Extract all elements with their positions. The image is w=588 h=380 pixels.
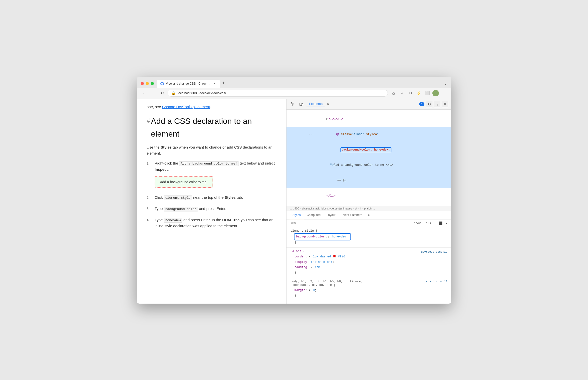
- avatar[interactable]: [432, 90, 439, 96]
- cls-button[interactable]: .cls: [423, 221, 432, 225]
- more-options-button[interactable]: ⋮: [434, 101, 440, 107]
- webpage-panel: one, see Change DevTools placement. # Ad…: [137, 99, 287, 304]
- chrome-icon: [160, 82, 164, 85]
- refresh-button[interactable]: ↻: [159, 90, 166, 97]
- dom-line-2[interactable]: ... <p class="aloha" style=": [287, 127, 451, 142]
- intro-text: one, see Change DevTools placement.: [147, 104, 276, 110]
- devtools-more-tabs[interactable]: »: [327, 102, 329, 106]
- minimize-traffic-light[interactable]: [146, 82, 149, 85]
- aloha-close: }: [291, 270, 447, 276]
- tab-layout[interactable]: Layout: [323, 211, 338, 219]
- active-tab[interactable]: View and change CSS - Chrom… ✕: [157, 80, 220, 88]
- element-picker-button[interactable]: [290, 101, 296, 107]
- step-2-bold: Styles: [225, 195, 236, 199]
- padding-expand-icon[interactable]: [311, 266, 312, 268]
- aloha-selector: .aloha {: [291, 250, 305, 253]
- tab-more[interactable]: »: [365, 211, 373, 219]
- breadcrumb-p[interactable]: p.aloh: [364, 207, 372, 210]
- step-4: 4 Type honeydew and press Enter. In the …: [147, 217, 276, 229]
- tab-styles[interactable]: Styles: [290, 211, 304, 219]
- menu-button[interactable]: ⋮: [440, 90, 447, 97]
- step-3: 3 Type background-color and press Enter.: [147, 206, 276, 212]
- tab-event-listeners[interactable]: Event Listeners: [338, 211, 365, 219]
- reset-source[interactable]: _reset.scss:11: [424, 280, 447, 283]
- breadcrumb-sep2: ›: [353, 207, 354, 210]
- tab-elements[interactable]: Elements: [306, 101, 325, 107]
- color-swatch-honeydew[interactable]: [328, 236, 331, 238]
- close-traffic-light[interactable]: [141, 82, 144, 85]
- extensions-button[interactable]: ⚡: [415, 90, 422, 97]
- step-2: 2 Click element.style near the top of th…: [147, 194, 276, 201]
- aloha-source[interactable]: _devtools.scss:19: [419, 250, 447, 253]
- notification-badge: 1: [419, 102, 424, 106]
- breadcrumb-div[interactable]: div.stack.stack--block.type.center-image…: [302, 207, 352, 210]
- step-3-code: background-color: [164, 207, 198, 211]
- main-area: one, see Change DevTools placement. # Ad…: [137, 99, 451, 304]
- intro-paragraph: Use the Styles tab when you want to chan…: [147, 144, 276, 156]
- breadcrumb-sep3: ›: [358, 207, 359, 210]
- title-bar: View and change CSS - Chrom… ✕ + ⌄: [137, 77, 451, 88]
- maximize-traffic-light[interactable]: [151, 82, 154, 85]
- device-toolbar-button[interactable]: [298, 101, 304, 107]
- display-rule: display: inline-block;: [294, 260, 447, 265]
- step-4-code: honeydew: [164, 218, 182, 223]
- dom-line-1: <p>…</p>: [287, 112, 451, 127]
- element-style-section: element.style { background-color: honeyd…: [287, 227, 451, 248]
- element-style-rules: background-color: honeydew ;: [291, 234, 447, 240]
- aloha-rules: border: 1px dashed #f00; display: inline…: [291, 254, 447, 270]
- breadcrumb-end-ellipsis: ...: [373, 207, 375, 210]
- filter-actions: :hov .cls + ⬛ ◀: [413, 221, 448, 225]
- cursor-icon: [291, 102, 295, 106]
- breadcrumb-ellipsis: ...: [290, 207, 292, 210]
- step-1-code: Add a background color to me!: [179, 161, 239, 166]
- dom-line-5: == $0: [287, 173, 451, 189]
- background-color-rule[interactable]: background-color: honeydew ;: [294, 234, 350, 240]
- close-devtools-button[interactable]: ✕: [442, 101, 448, 107]
- hov-button[interactable]: :hov: [413, 221, 422, 225]
- border-color-swatch[interactable]: [333, 255, 336, 257]
- dom-line-4: ">Add a background color to me!</p>: [287, 158, 451, 173]
- step-1: 1 Right-click the Add a background color…: [147, 160, 276, 190]
- step-2-code: element.style: [164, 195, 192, 200]
- computed-sidebar-button[interactable]: ⬛: [438, 221, 444, 225]
- window-expand-button[interactable]: ⌄: [444, 80, 447, 86]
- filter-input[interactable]: [290, 221, 411, 225]
- expand-icon[interactable]: [326, 118, 328, 120]
- step-1-content: Right-click the Add a background color t…: [155, 160, 276, 190]
- step-2-num: 2: [147, 195, 151, 200]
- bookmark-button[interactable]: ☆: [398, 90, 405, 97]
- tab-close-button[interactable]: ✕: [213, 82, 217, 86]
- forward-button[interactable]: →: [150, 90, 157, 97]
- new-tab-button[interactable]: +: [220, 80, 227, 87]
- reset-selector: body, h1, h2, h3, h4, h5, h6, p, figure,…: [291, 280, 362, 287]
- back-button[interactable]: ←: [141, 90, 148, 97]
- toggle-sidebar-button[interactable]: ◀: [445, 221, 448, 225]
- heading-text: Add a CSS declaration to an element: [151, 115, 276, 140]
- breadcrumb-sep1: ›: [300, 207, 301, 210]
- address-bar[interactable]: 🔒 localhost:8080/docs/devtools/css/: [168, 90, 388, 97]
- breadcrumb-t400[interactable]: t-400: [293, 207, 299, 210]
- breadcrumb-ol[interactable]: ol: [355, 207, 357, 210]
- aloha-section: .aloha { _devtools.scss:19 border: 1px d…: [287, 248, 451, 278]
- share-button[interactable]: ⎙: [390, 90, 397, 97]
- margin-rule: margin: 0;: [294, 288, 447, 293]
- fullscreen-button[interactable]: ⬜: [424, 90, 431, 97]
- styles-tabs-bar: Styles Computed Layout Event Listeners »: [287, 211, 451, 219]
- demo-box[interactable]: Add a background color to me!: [155, 177, 213, 188]
- margin-expand-icon[interactable]: [309, 289, 310, 291]
- breadcrumb-bar: ... t-400 › div.stack.stack--block.type.…: [287, 206, 451, 211]
- settings-button[interactable]: ⚙: [426, 101, 432, 107]
- step-3-num: 3: [147, 206, 151, 211]
- breadcrumb-sep4: ›: [362, 207, 363, 210]
- step-4-bold: DOM Tree: [222, 218, 240, 222]
- styles-filter-bar: :hov .cls + ⬛ ◀: [287, 219, 451, 227]
- change-devtools-link[interactable]: Change DevTools placement: [162, 105, 210, 109]
- device-icon: [299, 102, 303, 106]
- tabs-bar: View and change CSS - Chrom… ✕ +: [157, 80, 441, 88]
- new-style-rule-button[interactable]: +: [433, 221, 437, 225]
- tab-computed[interactable]: Computed: [304, 211, 323, 219]
- cut-button[interactable]: ✂: [407, 90, 414, 97]
- url-text: localhost:8080/docs/devtools/css/: [178, 91, 226, 95]
- breadcrumb-li[interactable]: li: [360, 207, 361, 210]
- border-expand-icon[interactable]: [309, 255, 310, 257]
